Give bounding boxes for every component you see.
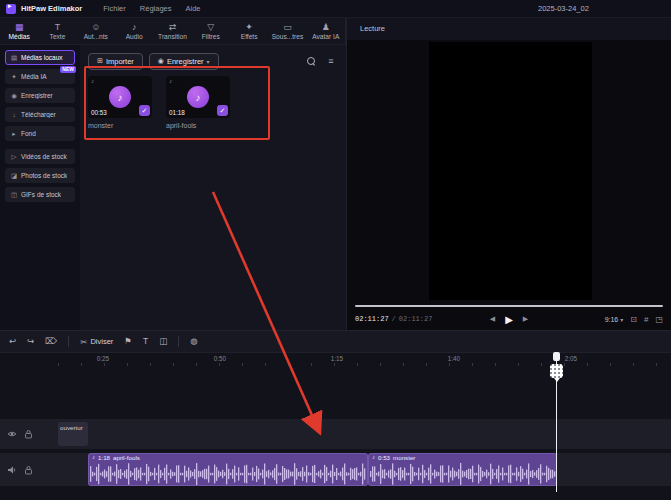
media-icon: ▦ (15, 23, 24, 32)
mask-button[interactable]: ◍ (190, 337, 197, 346)
sidebar-item-telecharger[interactable]: ↓ Télécharger (5, 107, 75, 122)
import-button-label: Importer (106, 57, 134, 66)
fullscreen-button[interactable]: ◳ (655, 315, 663, 324)
fit-screen-button[interactable]: ⊡ (630, 315, 637, 324)
import-button[interactable]: ⊞ Importer (88, 53, 143, 70)
selected-check-badge[interactable]: ✓ (217, 105, 228, 116)
ruler-label: 1:40 (448, 355, 460, 362)
menubar: HitPaw Edimakor Fichier Réglages Aide 20… (0, 0, 671, 18)
music-note-circle-icon: ♪ (109, 86, 131, 108)
sidebar-item-medias-locaux[interactable]: ▤ Médias locaux (5, 50, 75, 65)
sidebar-item-label: Télécharger (21, 111, 56, 118)
app-title: HitPaw Edimakor (21, 4, 82, 13)
tab-transition[interactable]: ⇄ Transition (153, 18, 191, 44)
chevron-right-icon: ▸ (10, 130, 18, 138)
music-note-icon: ♪ (91, 78, 94, 84)
speaker-icon[interactable] (7, 465, 17, 475)
split-button[interactable]: ✂ Diviser (80, 337, 113, 347)
text-clip-ouverture[interactable]: ouvertur (58, 422, 88, 446)
music-note-icon: ♪ (372, 454, 375, 461)
record-button-label: Enregistrer (167, 57, 204, 66)
download-icon: ↓ (10, 111, 18, 118)
playhead-marker[interactable] (553, 352, 560, 361)
audio-thumbnail[interactable]: ♪ ♪ 01:18 ✓ (166, 76, 230, 118)
playhead-grip[interactable] (550, 364, 563, 378)
sidebar-item-enregistrer[interactable]: ◉ Enregistrer (5, 88, 75, 103)
record-icon: ◉ (10, 92, 18, 100)
add-text-button[interactable]: T (143, 337, 148, 346)
lock-icon[interactable] (24, 465, 33, 475)
track-header (7, 419, 53, 449)
marker-button[interactable]: ⚑ (124, 337, 132, 346)
record-button[interactable]: ◉ Enregistrer ▾ (149, 53, 219, 70)
next-frame-button[interactable]: ▶ (523, 315, 528, 323)
video-viewport (429, 42, 592, 300)
redo-button[interactable]: ↪ (27, 337, 34, 346)
lock-icon[interactable] (24, 429, 33, 439)
clip-duration: 1:18 (98, 454, 110, 461)
media-item-monster[interactable]: ♪ ♪ 00:53 ✓ monster (88, 76, 152, 129)
sticker-icon: ☺ (91, 23, 100, 32)
tab-avatar-ia[interactable]: ♟ Avatar IA (307, 18, 345, 44)
transport-controls: ◀ ▶ ▶ (490, 314, 528, 325)
sidebar-item-label: GIFs de stock (21, 191, 61, 198)
audio-clip-april-fools[interactable]: ♪ 1:18 april-fools (88, 453, 368, 486)
sidebar-item-gifs-stock[interactable]: ◫ GIFs de stock (5, 187, 75, 202)
media-panel-toolbar: ⊞ Importer ◉ Enregistrer ▾ ≡ (88, 52, 338, 70)
ruler-label: 1:15 (331, 355, 343, 362)
media-grid: ♪ ♪ 00:53 ✓ monster ♪ ♪ 01:18 ✓ april-fo… (88, 76, 230, 129)
chevron-down-icon: ▾ (620, 316, 623, 323)
media-item-april-fools[interactable]: ♪ ♪ 01:18 ✓ april-fools (166, 76, 230, 129)
preview-right-controls: 9:16 ▾ ⊡ # ◳ (605, 315, 663, 324)
preview-header-label: Lecture (347, 18, 671, 40)
sidebar-item-videos-stock[interactable]: ▷ Vidéos de stock (5, 149, 75, 164)
clip-duration: 0:53 (378, 454, 390, 461)
folder-icon: ▤ (10, 54, 18, 62)
text-icon: T (55, 23, 61, 32)
preview-header: Lecture (347, 18, 671, 40)
preview-panel: Lecture 02:11:27 / 02:11:27 ◀ ▶ ▶ 9:16 ▾… (346, 18, 671, 330)
track-text: ouvertur (0, 419, 671, 449)
previous-frame-button[interactable]: ◀ (490, 315, 495, 323)
tab-label: Effets (241, 33, 258, 40)
eye-icon[interactable] (7, 429, 17, 439)
track-header (7, 453, 53, 486)
sidebar-item-media-ia[interactable]: ✦ Média IA NEW (5, 69, 75, 84)
tab-sous-titres[interactable]: ▭ Sous...tres (268, 18, 306, 44)
tab-label: Transition (158, 33, 187, 40)
delete-button[interactable]: ⌦ (45, 337, 57, 346)
app-window: HitPaw Edimakor Fichier Réglages Aide 20… (0, 0, 671, 500)
audio-thumbnail[interactable]: ♪ ♪ 00:53 ✓ (88, 76, 152, 118)
media-panel: ⊞ Importer ◉ Enregistrer ▾ ≡ ♪ ♪ 00:53 ✓… (80, 45, 346, 330)
toolbar-divider (178, 336, 179, 347)
tab-audio[interactable]: ♪ Audio (115, 18, 153, 44)
tab-label: Audio (126, 33, 143, 40)
audio-waveform (88, 462, 368, 486)
sidebar: ▤ Médias locaux ✦ Média IA NEW ◉ Enregis… (0, 45, 80, 330)
pip-button[interactable]: ◫ (159, 337, 167, 346)
menu-fichier[interactable]: Fichier (96, 4, 133, 13)
tab-filtres[interactable]: ▽ Filtres (192, 18, 230, 44)
play-button[interactable]: ▶ (505, 314, 513, 325)
tab-texte[interactable]: T Texte (38, 18, 76, 44)
track-audio: ♪ 1:18 april-fools ♪ 0:53 monster (0, 453, 671, 486)
timeline-ruler[interactable]: 0:25 0:50 1:15 1:40 2:05 2:30 (0, 353, 671, 369)
tab-medias[interactable]: ▦ Médias (0, 18, 38, 44)
media-item-name: april-fools (166, 122, 230, 129)
sidebar-item-fond[interactable]: ▸ Fond (5, 126, 75, 141)
selected-check-badge[interactable]: ✓ (139, 105, 150, 116)
grid-button[interactable]: # (644, 315, 648, 324)
search-button[interactable] (304, 54, 318, 68)
sort-button[interactable]: ≡ (324, 54, 338, 68)
tab-effets[interactable]: ✦ Effets (230, 18, 268, 44)
aspect-ratio-selector[interactable]: 9:16 ▾ (605, 316, 624, 323)
gif-icon: ◫ (10, 191, 18, 199)
tab-autocollants[interactable]: ☺ Aut...nts (77, 18, 115, 44)
total-time: 02:11:27 (399, 315, 433, 323)
menu-aide[interactable]: Aide (179, 4, 208, 13)
menu-reglages[interactable]: Réglages (133, 4, 179, 13)
undo-button[interactable]: ↩ (9, 337, 16, 346)
audio-clip-monster[interactable]: ♪ 0:53 monster (368, 453, 557, 486)
seek-bar[interactable] (355, 305, 663, 307)
sidebar-item-photos-stock[interactable]: ◪ Photos de stock (5, 168, 75, 183)
